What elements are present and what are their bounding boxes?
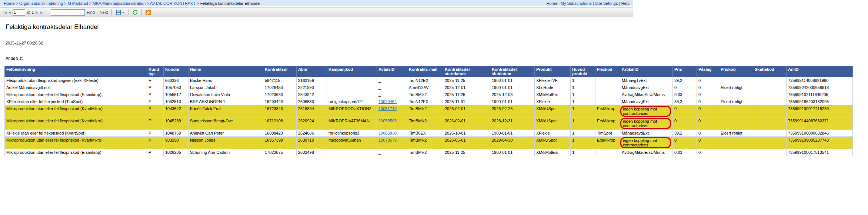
breadcrumb-current: Felaktiga kontraktsdelar Elhandel bbox=[200, 1, 261, 6]
cell-huvudprodukt: 1 bbox=[571, 130, 595, 137]
page-number-input[interactable] bbox=[13, 9, 25, 16]
top-links-separator: | bbox=[557, 1, 561, 6]
cell-pris: 0,03 bbox=[673, 91, 697, 98]
breadcrumb-link[interactable]: MKA Marknadsadministration bbox=[93, 1, 146, 6]
breadcrumb-separator: > bbox=[14, 1, 19, 6]
cell-paslag: 0 bbox=[697, 84, 719, 91]
cell-kundtyp: F bbox=[147, 98, 164, 105]
toolbar-divider bbox=[111, 9, 112, 15]
breadcrumb-link[interactable]: AVTAL OCH KONTRAKT bbox=[150, 1, 196, 6]
avtalsid-link[interactable]: 10020464 bbox=[378, 99, 397, 104]
column-header-kundtyp: Kund-typ bbox=[147, 66, 164, 77]
cell-kontraktsnr: 5842115 bbox=[263, 77, 297, 84]
next-page-button[interactable]: ▶ bbox=[36, 10, 38, 14]
breadcrumb-link[interactable]: Organisatorisk indelning bbox=[19, 1, 63, 6]
avtalsid-link[interactable]: 10078579 bbox=[378, 138, 397, 142]
cell-priskod bbox=[719, 137, 753, 149]
column-header-slutdatum: Kontraktsdel slutdatum bbox=[490, 66, 535, 77]
cell-startdatum: 2025-12-01 bbox=[443, 84, 490, 91]
breadcrumb-link[interactable]: Home bbox=[4, 1, 14, 6]
cell-kontraktsmall: TimBMik2 bbox=[407, 149, 443, 156]
cell-felbeskrivning: Mikroproduktion utan eller fel flexprisk… bbox=[5, 105, 147, 118]
cell-kontraktsnr: 16808423 bbox=[263, 130, 297, 137]
cell-kundnr: 1026205 bbox=[164, 149, 188, 156]
cell-kundnr: 1032513 bbox=[164, 98, 188, 105]
column-header-produkt: Produkt bbox=[535, 66, 571, 77]
refresh-button[interactable] bbox=[132, 10, 138, 15]
cell-kundtyp: F bbox=[147, 77, 164, 84]
find-button[interactable]: Find bbox=[87, 10, 94, 14]
cell-abnr: 2630710 bbox=[297, 137, 327, 149]
cell-skattekod bbox=[753, 77, 787, 84]
cell-felbeskrivning: Mikroproduktion utan eller fel flexprisk… bbox=[5, 137, 147, 149]
column-header-avtalsid: AvtalsID bbox=[377, 66, 407, 77]
first-page-button[interactable]: |◀ bbox=[3, 10, 6, 14]
cell-paslag: 0 bbox=[697, 91, 719, 98]
top-link-site-settings[interactable]: Site Settings bbox=[595, 1, 618, 6]
cell-priskod bbox=[719, 105, 753, 118]
cell-paslag: 0 bbox=[697, 98, 719, 105]
cell-kundtyp: P bbox=[147, 149, 164, 156]
cell-skattekod bbox=[753, 130, 787, 137]
column-header-kontraktsnr: Kontraktsnr bbox=[263, 66, 297, 77]
cell-kundnr: 1045239 bbox=[164, 118, 188, 130]
breadcrumb-link[interactable]: M Marknad bbox=[67, 1, 88, 6]
top-link-help[interactable]: Help bbox=[621, 1, 630, 6]
cell-kontraktsnr: 17023683 bbox=[263, 91, 297, 98]
data-feed-button[interactable] bbox=[146, 10, 151, 15]
cell-namn: Schöning Ann-Cathrin bbox=[188, 149, 263, 156]
cell-skattekod bbox=[753, 137, 787, 149]
cell-pris: 0 bbox=[673, 137, 697, 149]
cell-kampanjkod: rorligtinkopspris3 bbox=[327, 130, 377, 137]
cell-paslag: 0 bbox=[697, 130, 719, 137]
cell-produkt: XFlexle bbox=[535, 130, 571, 137]
cell-slutdatum: 1900-01-01 bbox=[490, 77, 535, 84]
cell-skattekod bbox=[753, 91, 787, 98]
table-row: Artikel Månadsavgift nollP1057053Larsson… bbox=[5, 84, 853, 91]
cell-flexkod: TimSpot bbox=[595, 130, 620, 137]
cell-skattekod bbox=[753, 105, 787, 118]
cell-felbeskrivning: Artikel Månadsavgift noll bbox=[5, 84, 147, 91]
top-link-home[interactable]: Home bbox=[547, 1, 557, 6]
cell-anlid: 735999144087630371 bbox=[787, 118, 853, 130]
cell-felbeskrivning: Mikroproduktion utan eller fel flexprisk… bbox=[5, 91, 147, 98]
column-header-kontraktsmall: Kontrakts-mall bbox=[407, 66, 443, 77]
cell-priskod: Elcert rörligt bbox=[719, 84, 753, 91]
top-links: Home | My Subscriptions | Site Settings … bbox=[547, 1, 630, 6]
cell-kontraktsmall: AmrB12AV bbox=[407, 84, 443, 91]
cell-kampanjkod: rorligtinkopspris12f bbox=[327, 98, 377, 105]
find-text-input[interactable] bbox=[51, 9, 85, 16]
cell-skattekod bbox=[753, 118, 787, 130]
avtalsid-link[interactable]: 10053505 bbox=[378, 119, 397, 123]
cell-anlid: 735999166203132095 bbox=[787, 98, 853, 105]
last-page-button[interactable]: ▶| bbox=[40, 10, 43, 14]
export-button[interactable]: ▼ bbox=[116, 10, 124, 15]
cell-abnr: 2618894 bbox=[297, 105, 327, 118]
avtalsid-link[interactable]: 10051719 bbox=[378, 106, 397, 111]
cell-artikelid: ingen koppling mot contractprices bbox=[620, 118, 673, 130]
next-button[interactable]: Next bbox=[100, 10, 108, 14]
avtalsid-link[interactable]: 10085830 bbox=[378, 131, 397, 135]
prev-page-button[interactable]: ◀ bbox=[8, 10, 11, 14]
cell-artikelid: ingen koppling mot contractprices bbox=[620, 105, 673, 118]
page-count-label: of 1 bbox=[27, 10, 34, 14]
cell-artikelid: MånadsavgExt bbox=[620, 98, 673, 105]
cell-namn: Larsson Jakob bbox=[188, 84, 263, 91]
column-header-kampanjkod: Kampanjkod bbox=[327, 66, 377, 77]
cell-huvudprodukt: 1 bbox=[571, 137, 595, 149]
cell-avtalsid: 10085830 bbox=[377, 130, 407, 137]
report-timestamp: 2025-11-27 09:28:32 bbox=[6, 41, 868, 45]
cell-kontraktsmall: TimBMik2 bbox=[407, 137, 443, 149]
column-header-artikelid: ArtikelID bbox=[620, 66, 673, 77]
cell-kundnr: 660398 bbox=[164, 77, 188, 84]
cell-startdatum: 2026-10-01 bbox=[443, 130, 490, 137]
cell-pris: 0,03 bbox=[673, 149, 697, 156]
column-header-felbeskrivning: Felbeskrivning bbox=[5, 66, 147, 77]
top-link-my-subscriptions[interactable]: My Subscriptions bbox=[561, 1, 592, 6]
cell-startdatum: 2025-11-01 bbox=[443, 98, 490, 105]
table-row: XFlexle utan eller fel flexpriskod (TimS… bbox=[5, 98, 853, 105]
cell-avtalsid: _ bbox=[377, 84, 407, 91]
cell-avtalsid: 10078579 bbox=[377, 137, 407, 149]
column-header-paslag: Påslag bbox=[697, 66, 719, 77]
cell-slutdatum: 2028-12-31 bbox=[490, 118, 535, 130]
